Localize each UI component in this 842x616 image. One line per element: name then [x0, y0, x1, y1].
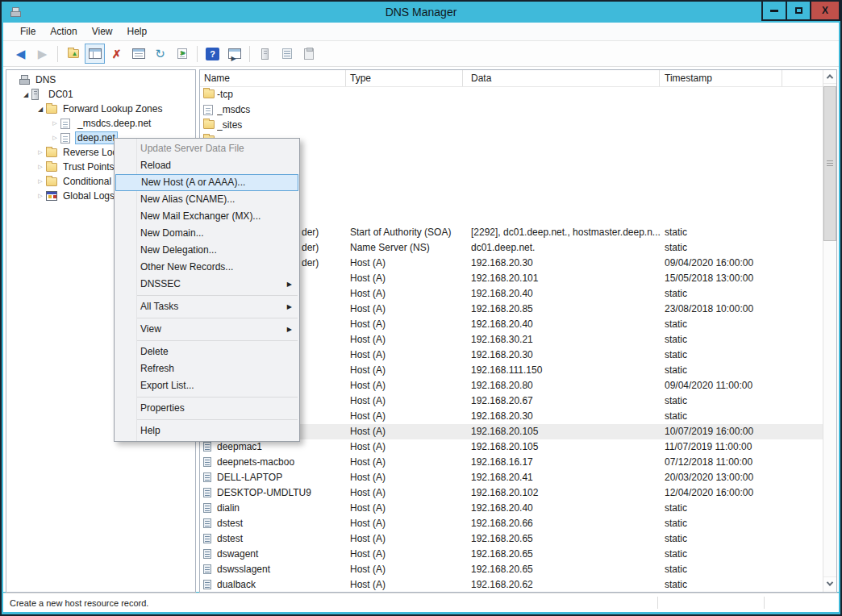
context-menu-item-update-server-data-file: Update Server Data File [115, 140, 299, 157]
tree-item-label: Global Logs [60, 189, 117, 202]
record-row-dell-laptop[interactable]: DELL-LAPTOPHost (A)192.168.20.4120/03/20… [200, 470, 823, 485]
new-window-button[interactable]: ▶ [224, 44, 244, 64]
server-icon [261, 48, 269, 60]
collapsed-arrow-icon[interactable]: ▷ [35, 193, 46, 199]
record-row-dualback[interactable]: dualbackHost (A)192.168.20.62static [200, 577, 823, 593]
record-row-dswagent[interactable]: dswagentHost (A)192.168.20.65static [200, 547, 823, 562]
record-type: Host (A) [350, 579, 467, 590]
close-button[interactable]: X [810, 0, 840, 21]
context-menu-item-view[interactable]: View▶ [115, 321, 299, 338]
context-menu-item-other-new-records[interactable]: Other New Records... [115, 259, 299, 276]
titlebar: DNS Manager X [2, 2, 840, 23]
maximize-button[interactable] [786, 0, 811, 21]
context-menu-item-label: New Host (A or AAAA)... [141, 177, 245, 188]
tree-item-forward-lookup-zones[interactable]: ◢Forward Lookup Zones [6, 102, 195, 116]
context-menu-item-label: DNSSEC [140, 278, 181, 289]
record-row-msdcs[interactable]: _msdcs [200, 102, 823, 118]
record-row-dialin[interactable]: dialinHost (A)192.168.20.40static [200, 501, 823, 516]
back-button[interactable]: ◀ [10, 44, 31, 64]
column-header-data[interactable]: Data [471, 73, 491, 84]
show-console-tree-button[interactable] [85, 44, 105, 64]
folder-icon [203, 89, 215, 98]
record-type: Host (A) [350, 426, 467, 437]
record-name: DELL-LAPTOP [217, 472, 346, 483]
collapsed-arrow-icon[interactable]: ▷ [35, 164, 46, 170]
record-timestamp: 11/07/2019 11:00:00 [665, 441, 819, 452]
chevron-down-icon [827, 579, 833, 585]
expanded-arrow-icon[interactable]: ◢ [35, 106, 46, 113]
record-row-sites[interactable]: _sites [200, 118, 823, 133]
context-menu-item-dnssec[interactable]: DNSSEC▶ [115, 276, 299, 293]
record-row-desktop-umdltu9[interactable]: DESKTOP-UMDLTU9Host (A)192.168.20.10212/… [200, 485, 823, 501]
server-status-button[interactable] [255, 44, 275, 64]
menubar-item-action[interactable]: Action [43, 24, 84, 39]
tree-item-msdcs-deep-net[interactable]: ▷_msdcs.deep.net [6, 116, 195, 131]
context-menu-separator [115, 315, 299, 321]
minimize-icon [770, 10, 778, 12]
record-timestamp: static [665, 227, 819, 238]
context-menu-item-label: Other New Records... [140, 261, 233, 273]
context-menu-item-properties[interactable]: Properties [115, 400, 299, 417]
forward-button[interactable]: ▶ [32, 44, 52, 64]
column-divider[interactable] [782, 70, 782, 86]
filter-clipboard-button[interactable] [298, 44, 319, 64]
back-arrow-icon: ◀ [16, 47, 26, 61]
context-menu-item-delete[interactable]: Delete [115, 343, 299, 360]
collapsed-arrow-icon[interactable]: ▷ [49, 120, 60, 127]
context-menu-item-new-domain[interactable]: New Domain... [115, 225, 299, 242]
expanded-arrow-icon[interactable]: ◢ [20, 91, 31, 98]
record-data: 192.168.20.66 [471, 518, 661, 529]
column-header-type[interactable]: Type [350, 73, 371, 84]
menubar-item-file[interactable]: File [13, 24, 43, 39]
record-row-deepnets-macboo[interactable]: deepnets-macbooHost (A)192.168.16.1707/1… [200, 455, 823, 470]
tree-item-dc01[interactable]: ◢DC01 [6, 87, 195, 102]
context-menu-item-new-mail-exchanger-mx[interactable]: New Mail Exchanger (MX)... [115, 208, 299, 225]
record-row-tcp[interactable]: -tcp [200, 87, 823, 102]
refresh-button[interactable]: ↻ [150, 44, 170, 64]
record-row-dstest[interactable]: dstestHost (A)192.168.20.66static [200, 516, 823, 531]
record-type: Host (A) [350, 288, 467, 299]
record-data: dc01.deep.net. [471, 242, 661, 253]
context-menu-item-new-delegation[interactable]: New Delegation... [115, 242, 299, 259]
record-list-button[interactable] [277, 44, 297, 64]
column-divider[interactable] [462, 70, 463, 86]
column-header-timestamp[interactable]: Timestamp [665, 73, 712, 84]
delete-button[interactable]: ✗ [106, 44, 127, 64]
properties-button[interactable] [128, 44, 148, 64]
record-data: 192.168.20.85 [471, 303, 661, 314]
scroll-up-button[interactable] [823, 70, 836, 84]
menubar-item-view[interactable]: View [85, 24, 120, 39]
record-timestamp: 07/12/2018 11:00:00 [665, 456, 819, 468]
record-type: Start of Authority (SOA) [350, 227, 467, 238]
column-divider[interactable] [345, 70, 346, 86]
help-button[interactable]: ? [202, 44, 223, 64]
menubar-item-help[interactable]: Help [120, 24, 155, 39]
context-menu-item-new-host-a-or-aaaa[interactable]: New Host (A or AAAA)... [115, 174, 298, 191]
record-row-dswsslagent[interactable]: dswsslagentHost (A)192.168.20.65static [200, 562, 823, 577]
tree-item-dns[interactable]: DNS [6, 73, 195, 87]
context-menu-item-new-alias-cname[interactable]: New Alias (CNAME)... [115, 191, 299, 208]
context-menu-item-export-list[interactable]: Export List... [115, 377, 299, 394]
context-menu-item-reload[interactable]: Reload [115, 157, 299, 174]
context-menu-item-label: Update Server Data File [140, 143, 244, 154]
context-menu-item-help[interactable]: Help [115, 422, 299, 439]
vertical-scrollbar[interactable] [823, 70, 836, 592]
export-list-button[interactable]: ▶ [172, 44, 192, 64]
import-list-button[interactable]: ▲ [63, 44, 83, 64]
context-menu-item-all-tasks[interactable]: All Tasks▶ [115, 298, 299, 315]
record-data: 192.168.20.65 [471, 564, 661, 575]
scroll-down-button[interactable] [823, 576, 836, 590]
context-menu-item-refresh[interactable]: Refresh [115, 360, 299, 377]
scrollbar-thumb[interactable] [823, 86, 836, 241]
context-menu-separator [115, 394, 299, 400]
status-bar: Create a new host resource record. [3, 593, 839, 612]
collapsed-arrow-icon[interactable]: ▷ [35, 178, 46, 185]
record-row-dstest[interactable]: dstestHost (A)192.168.20.65static [200, 531, 823, 547]
column-header-name[interactable]: Name [204, 73, 230, 84]
column-divider[interactable] [659, 70, 660, 86]
collapsed-arrow-icon[interactable]: ▷ [49, 135, 60, 141]
record-type: Host (A) [350, 257, 467, 268]
collapsed-arrow-icon[interactable]: ▷ [35, 149, 46, 156]
statusbar-divider [764, 597, 765, 609]
minimize-button[interactable] [761, 0, 787, 21]
